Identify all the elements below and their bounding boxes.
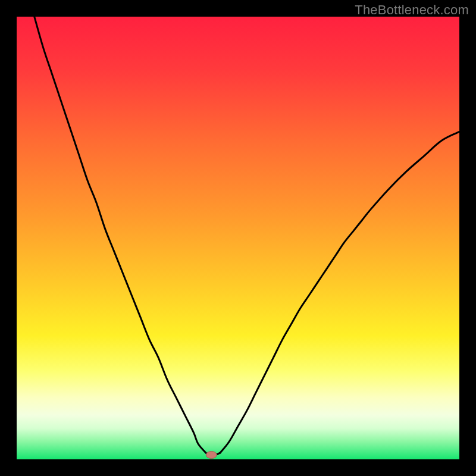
curve-right-branch xyxy=(220,131,459,452)
chart-frame: TheBottleneck.com xyxy=(0,0,476,476)
watermark-text: TheBottleneck.com xyxy=(355,2,469,18)
plot-area xyxy=(17,17,459,459)
bottleneck-curve xyxy=(17,17,459,459)
minimum-marker xyxy=(206,452,217,459)
curve-left-branch xyxy=(35,17,207,454)
